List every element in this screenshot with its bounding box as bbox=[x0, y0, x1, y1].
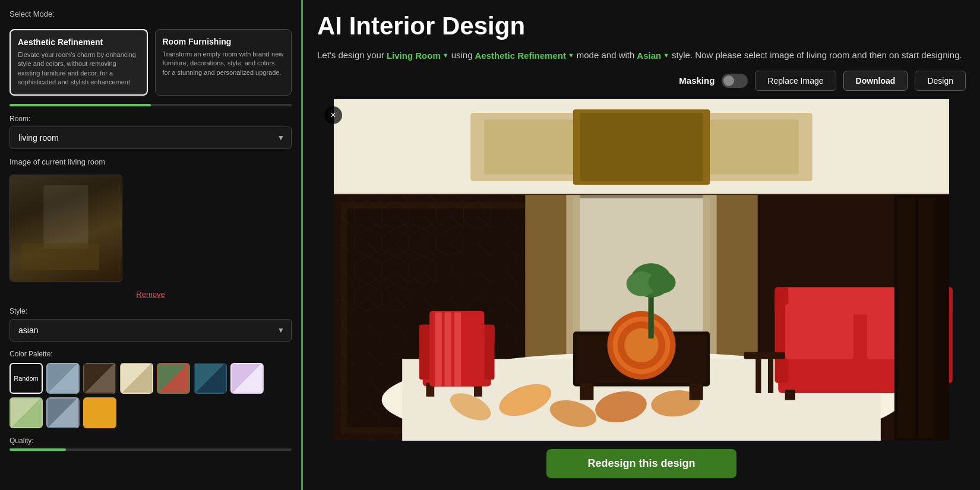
controls-row: Masking Replace Image Download Design bbox=[317, 71, 966, 91]
mode-cards: Aesthetic Refinement Elevate your room's… bbox=[10, 29, 292, 96]
room-select-wrapper: living room bedroom kitchen bathroom off… bbox=[10, 127, 292, 149]
mode-dropdown-label: Aesthetic Refinement bbox=[475, 50, 566, 61]
style-field: Style: asian modern minimalist bohemian … bbox=[10, 307, 292, 342]
swatch-random[interactable]: Random bbox=[10, 363, 43, 394]
svg-rect-56 bbox=[744, 352, 785, 359]
mode-card-furnishing-desc: Transform an empty room with brand-new f… bbox=[163, 50, 284, 77]
mode-card-furnishing-title: Room Furnishing bbox=[163, 37, 284, 46]
quality-section: Quality: bbox=[10, 437, 292, 451]
svg-rect-38 bbox=[580, 382, 593, 400]
svg-rect-35 bbox=[454, 312, 461, 386]
design-image-container: × bbox=[317, 99, 966, 441]
image-section: Image of current living room bbox=[10, 157, 292, 166]
mode-card-aesthetic[interactable]: Aesthetic Refinement Elevate your room's… bbox=[10, 29, 148, 96]
room-dropdown-label: Living Room bbox=[387, 50, 441, 61]
subtitle-text-1: Let's design your bbox=[317, 49, 384, 62]
select-mode-label: Select Mode: bbox=[10, 10, 292, 18]
mode-progress-bar bbox=[10, 104, 292, 106]
swatch-amber[interactable] bbox=[83, 397, 116, 428]
masking-label: Masking bbox=[679, 75, 715, 86]
ai-room-image bbox=[317, 99, 966, 441]
room-select[interactable]: living room bedroom kitchen bathroom off… bbox=[10, 127, 292, 149]
room-preview-image bbox=[10, 175, 122, 281]
style-dropdown-label: Asian bbox=[637, 50, 661, 61]
mode-card-furnishing[interactable]: Room Furnishing Transform an empty room … bbox=[155, 29, 292, 96]
svg-rect-33 bbox=[435, 312, 442, 386]
mode-card-aesthetic-desc: Elevate your room's charm by enhancing s… bbox=[18, 50, 140, 87]
subtitle-text-2: using bbox=[451, 49, 473, 62]
room-label: Room: bbox=[10, 115, 292, 123]
style-dropdown-chevron-icon: ▼ bbox=[663, 52, 669, 59]
svg-rect-62 bbox=[918, 198, 935, 437]
svg-rect-29 bbox=[484, 324, 494, 379]
subtitle-row: Let's design your Living Room ▼ using Ae… bbox=[317, 49, 966, 62]
masking-toggle[interactable] bbox=[722, 74, 748, 88]
svg-rect-58 bbox=[768, 359, 773, 393]
close-image-button[interactable]: × bbox=[324, 106, 342, 124]
redesign-button[interactable]: Redesign this design bbox=[546, 449, 736, 478]
swatch-lavender-white[interactable] bbox=[230, 363, 264, 394]
left-panel: Select Mode: Aesthetic Refinement Elevat… bbox=[0, 0, 303, 490]
swatch-slate-gray[interactable] bbox=[46, 397, 80, 428]
replace-image-button[interactable]: Replace Image bbox=[755, 71, 836, 91]
swatch-cream[interactable] bbox=[120, 363, 153, 394]
svg-rect-34 bbox=[445, 312, 452, 386]
color-palette-section: Color Palette: Random bbox=[10, 350, 292, 428]
image-upload-box[interactable] bbox=[10, 175, 122, 282]
style-select-wrapper: asian modern minimalist bohemian scandin… bbox=[10, 319, 292, 342]
swatch-dark-brown[interactable] bbox=[83, 363, 116, 394]
style-dropdown[interactable]: Asian ▼ bbox=[637, 50, 669, 61]
svg-rect-39 bbox=[690, 382, 703, 400]
swatch-teal-navy[interactable] bbox=[194, 363, 227, 394]
quality-label: Quality: bbox=[10, 437, 292, 445]
mode-dropdown[interactable]: Aesthetic Refinement ▼ bbox=[475, 50, 574, 61]
room-dropdown-chevron-icon: ▼ bbox=[442, 52, 449, 59]
swatch-lilac-green[interactable] bbox=[10, 397, 43, 428]
svg-point-47 bbox=[649, 271, 676, 293]
svg-rect-5 bbox=[580, 113, 703, 181]
mode-card-aesthetic-title: Aesthetic Refinement bbox=[18, 37, 140, 47]
subtitle-text-3: mode and with bbox=[577, 49, 635, 62]
design-button[interactable]: Design bbox=[915, 71, 966, 91]
app-title: AI Interior Design bbox=[317, 12, 966, 40]
style-label: Style: bbox=[10, 307, 292, 315]
mode-progress-fill bbox=[10, 104, 151, 106]
svg-rect-54 bbox=[785, 390, 795, 400]
svg-rect-52 bbox=[785, 304, 853, 359]
room-field: Room: living room bedroom kitchen bathro… bbox=[10, 115, 292, 149]
mode-dropdown-chevron-icon: ▼ bbox=[568, 52, 574, 59]
room-dropdown[interactable]: Living Room ▼ bbox=[387, 50, 449, 61]
subtitle-text-4: style. Now please select image of living… bbox=[672, 49, 962, 62]
image-section-label: Image of current living room bbox=[10, 157, 292, 166]
swatch-blue-gray[interactable] bbox=[46, 363, 80, 394]
svg-rect-57 bbox=[755, 359, 761, 393]
remove-image-button[interactable]: Remove bbox=[10, 290, 292, 299]
style-select[interactable]: asian modern minimalist bohemian scandin… bbox=[10, 319, 292, 342]
svg-rect-61 bbox=[898, 198, 915, 437]
color-swatches: Random bbox=[10, 363, 292, 428]
quality-progress-fill bbox=[10, 448, 66, 451]
swatch-green-terracotta[interactable] bbox=[157, 363, 190, 394]
download-button[interactable]: Download bbox=[843, 71, 908, 91]
quality-progress-bar bbox=[10, 448, 292, 451]
right-panel: AI Interior Design Let's design your Liv… bbox=[303, 0, 980, 490]
svg-rect-28 bbox=[419, 324, 429, 379]
color-palette-label: Color Palette: bbox=[10, 350, 292, 358]
